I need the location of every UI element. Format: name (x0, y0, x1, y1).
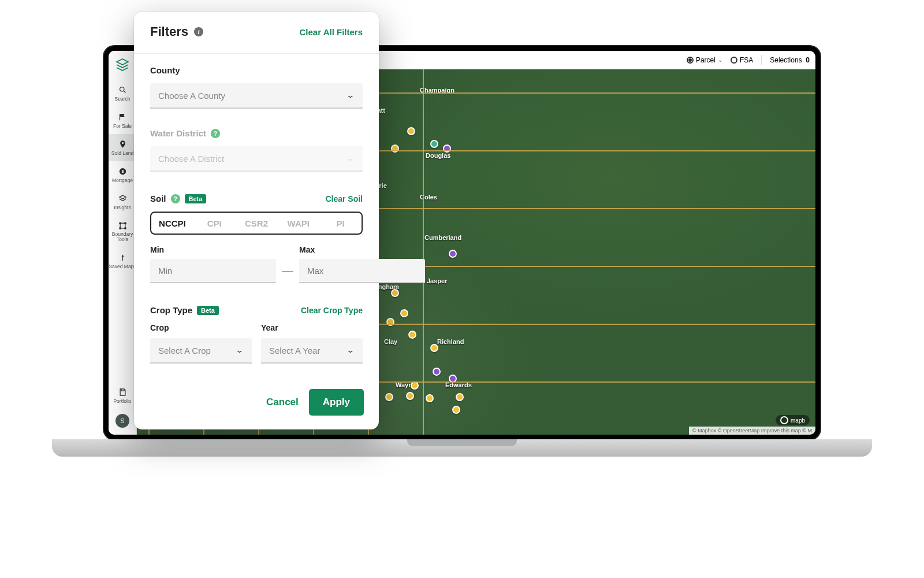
sidebar-label: Saved Maps (109, 264, 136, 269)
sidebar-item-for-sale[interactable]: For Sale (109, 107, 136, 134)
soil-tab-cpi[interactable]: CPI (193, 213, 236, 234)
select-placeholder: Choose A County (158, 91, 225, 101)
clear-soil-button[interactable]: Clear Soil (325, 194, 363, 203)
select-placeholder: Select A Crop (158, 346, 211, 355)
map-marker[interactable] (449, 250, 457, 258)
sidebar-label: Mortgage (112, 177, 133, 183)
min-label: Min (150, 245, 276, 254)
mapbox-logo: mapb (776, 415, 810, 425)
pin-icon (118, 140, 127, 149)
map-marker[interactable] (400, 309, 408, 317)
clear-crop-type-button[interactable]: Clear Crop Type (301, 306, 363, 315)
max-label: Max (299, 245, 425, 254)
chevron-down-icon: ⌄ (346, 346, 355, 354)
range-dash: — (282, 251, 293, 277)
sidebar-label: Portfolio (113, 398, 131, 404)
selections-label: Selections 0 (770, 56, 810, 64)
map-marker[interactable] (408, 331, 416, 339)
laptop-notch (407, 439, 517, 446)
map-marker[interactable] (433, 368, 441, 376)
filters-panel: Filters i Clear All Filters County Choos… (134, 12, 379, 429)
soil-max-input[interactable] (299, 259, 425, 283)
cancel-button[interactable]: Cancel (266, 397, 299, 408)
sidebar-item-sold-land[interactable]: Sold Land (109, 134, 136, 161)
city-label: Cumberland (424, 234, 461, 241)
city-label: Clay (384, 338, 397, 345)
polygon-icon (118, 221, 127, 230)
chevron-down-icon: ⌄ (718, 57, 722, 63)
search-icon (118, 86, 127, 94)
map-marker[interactable] (406, 392, 414, 400)
sidebar-item-insights[interactable]: Insights (109, 188, 136, 216)
soil-metric-segmented: NCCPI CPI CSR2 WAPI PI (150, 212, 363, 235)
sidebar-label: For Sale (113, 123, 132, 129)
map-marker[interactable] (430, 140, 438, 148)
soil-tab-csr2[interactable]: CSR2 (236, 213, 278, 234)
soil-min-input[interactable] (150, 259, 276, 283)
map-marker[interactable] (452, 406, 460, 414)
map-marker[interactable] (385, 393, 393, 401)
select-placeholder: Choose A District (158, 154, 224, 164)
sidebar-label: Boundary Tools (109, 232, 136, 243)
apply-button[interactable]: Apply (309, 389, 364, 416)
sidebar-item-boundary-tools[interactable]: Boundary Tools (109, 216, 136, 248)
svg-point-0 (120, 87, 124, 92)
svg-point-3 (119, 223, 121, 224)
app-logo-icon (116, 58, 129, 72)
radio-label: Parcel (696, 56, 716, 64)
city-label: Jasper (427, 277, 447, 284)
city-label: Douglas (426, 152, 450, 159)
sidebar-item-portfolio[interactable]: Portfolio (109, 382, 136, 409)
map-marker[interactable] (430, 344, 438, 352)
soil-tab-wapi[interactable]: WAPI (277, 213, 319, 234)
radio-dot-icon (687, 57, 694, 64)
info-icon[interactable]: i (194, 27, 203, 36)
chevron-down-icon: ⌄ (235, 346, 244, 354)
radio-fsa[interactable]: FSA (731, 56, 753, 64)
crop-select[interactable]: Select A Crop ⌄ (150, 338, 252, 364)
avatar[interactable]: S (116, 414, 129, 428)
radio-dot-icon (731, 57, 737, 64)
help-icon[interactable]: ? (171, 194, 180, 203)
map-attribution: © Mapbox © OpenStreetMap Improve this ma… (689, 427, 815, 435)
sidebar-item-mortgage[interactable]: $ Mortgage (109, 161, 136, 188)
pin-save-icon (118, 254, 127, 262)
beta-badge: Beta (185, 194, 207, 203)
sidebar-label: Insights (114, 205, 131, 210)
map-marker[interactable] (456, 393, 464, 401)
chevron-down-icon: ⌄ (346, 91, 355, 99)
map-marker[interactable] (407, 127, 415, 135)
radio-parcel[interactable]: Parcel ⌄ (687, 56, 722, 64)
water-district-label: Water District ? (150, 128, 363, 138)
soil-label: Soil ? Beta (150, 194, 206, 203)
sidebar: Search For Sale Sold Land $ Mortgage Ins… (109, 51, 137, 435)
water-district-select: Choose A District ⌄ (150, 146, 363, 172)
soil-tab-pi[interactable]: PI (319, 213, 362, 234)
flag-icon (118, 113, 127, 121)
chevron-down-icon: ⌄ (346, 154, 355, 162)
help-icon[interactable]: ? (211, 129, 220, 138)
svg-point-5 (124, 228, 126, 229)
sidebar-label: Search (115, 96, 131, 102)
divider (761, 55, 762, 65)
svg-point-6 (119, 228, 121, 229)
select-placeholder: Select A Year (269, 346, 320, 355)
filters-title: Filters i (150, 24, 203, 39)
layers-icon (118, 194, 127, 203)
soil-tab-nccpi[interactable]: NCCPI (151, 213, 193, 234)
map-marker[interactable] (391, 289, 399, 297)
sidebar-item-search[interactable]: Search (109, 80, 136, 107)
map-marker[interactable] (411, 381, 419, 390)
radio-label: FSA (740, 56, 753, 64)
city-label: Richland (437, 338, 464, 345)
dollar-icon: $ (118, 167, 127, 176)
year-select[interactable]: Select A Year ⌄ (261, 338, 363, 364)
sidebar-item-saved-maps[interactable]: Saved Maps (109, 248, 136, 275)
beta-badge: Beta (197, 306, 219, 315)
crop-type-label: Crop Type Beta (150, 305, 219, 315)
svg-point-4 (124, 223, 126, 224)
sidebar-label: Sold Land (111, 150, 133, 156)
county-select[interactable]: Choose A County ⌄ (150, 83, 363, 109)
map-marker[interactable] (426, 394, 434, 402)
clear-all-filters-button[interactable]: Clear All Filters (300, 27, 363, 37)
